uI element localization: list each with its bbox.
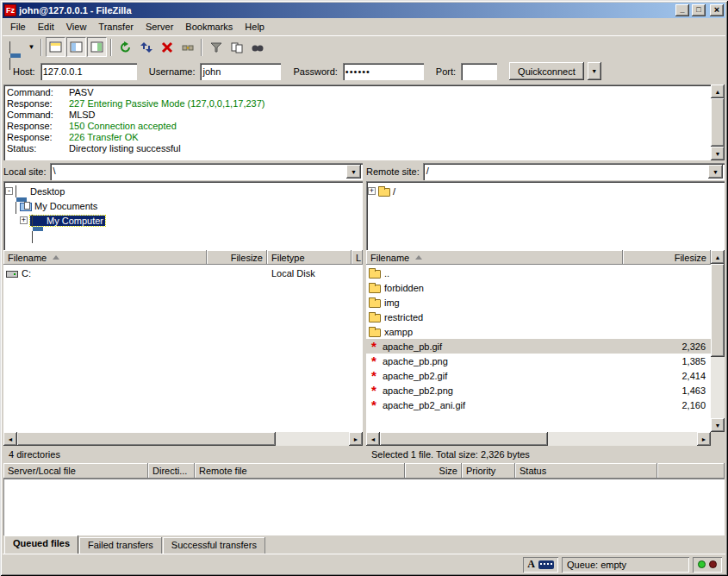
host-label: Host: (13, 66, 35, 77)
find-button[interactable] (247, 37, 267, 57)
menu-server[interactable]: Server (140, 20, 179, 34)
site-manager-button[interactable] (5, 37, 25, 57)
expand-icon[interactable]: + (20, 216, 28, 224)
my-documents-icon (20, 203, 32, 211)
file-row[interactable]: *apache_pb.png1,385 (366, 354, 711, 368)
scroll-left-icon[interactable]: ◄ (3, 432, 17, 446)
title-bar[interactable]: Fz john@127.0.0.1 - FileZilla _ □ × (3, 3, 725, 18)
scrollbar-thumb[interactable] (711, 264, 725, 357)
scroll-left-icon[interactable]: ◄ (366, 432, 380, 446)
minimize-button[interactable]: _ (675, 4, 689, 16)
queue-body[interactable] (3, 479, 725, 535)
refresh-button[interactable] (115, 37, 135, 57)
column-header-truncated[interactable]: L (352, 250, 363, 265)
site-manager-dropdown-button[interactable]: ▼ (26, 37, 37, 57)
keyboard-icon[interactable] (538, 560, 554, 569)
file-row[interactable]: img (366, 295, 711, 310)
column-header-direction[interactable]: Directi... (148, 463, 195, 479)
maximize-button[interactable]: □ (692, 4, 706, 16)
tab-queued-files[interactable]: Queued files (4, 535, 78, 554)
column-header-remote-file[interactable]: Remote file (195, 463, 405, 479)
remote-site-value: / (423, 163, 708, 180)
cancel-button[interactable] (157, 37, 177, 57)
local-list-wrap: Filename Filesize Filetype L C: Local Di… (3, 250, 363, 446)
expand-icon[interactable]: + (368, 187, 376, 195)
scrollbar-track[interactable] (276, 432, 349, 446)
menu-edit[interactable]: Edit (32, 20, 60, 34)
tab-successful-transfers[interactable]: Successful transfers (163, 537, 265, 554)
connection-error-lamp-icon (709, 560, 717, 568)
scroll-up-icon[interactable]: ▲ (711, 85, 725, 98)
log-scrollbar[interactable]: ▲ ▼ (711, 85, 725, 160)
local-horizontal-scrollbar[interactable]: ◄ ► (3, 432, 363, 446)
quickconnect-dropdown-button[interactable]: ▼ (588, 62, 601, 80)
column-header-size[interactable]: Size (405, 463, 462, 479)
file-row[interactable]: *apache_pb2.gif2,414 (366, 368, 711, 383)
chevron-down-icon[interactable]: ▼ (708, 165, 723, 178)
file-row-selected[interactable]: *apache_pb.gif2,326 (366, 339, 711, 354)
file-row[interactable]: forbidden (366, 280, 711, 295)
process-queue-button[interactable] (136, 37, 156, 57)
remote-site-combo[interactable]: / ▼ (423, 163, 725, 180)
username-input[interactable] (200, 63, 281, 80)
column-header-filesize[interactable]: Filesize (623, 250, 711, 265)
scroll-up-icon[interactable]: ▲ (711, 250, 725, 264)
remote-horizontal-scrollbar[interactable]: ◄ ► (366, 432, 711, 446)
scrollbar-thumb[interactable] (711, 98, 725, 147)
file-row[interactable]: xampp (366, 324, 711, 339)
chevron-down-icon: ▼ (28, 43, 35, 51)
remote-vertical-scrollbar[interactable]: ▲ ▼ (711, 250, 725, 446)
close-button[interactable]: × (710, 4, 724, 16)
remote-list-wrap: Filename Filesize .. forbidden img restr… (366, 250, 725, 446)
column-header-filetype[interactable]: Filetype (267, 250, 352, 265)
scrollbar-thumb[interactable] (380, 432, 548, 446)
image-file-icon: * (369, 372, 379, 380)
toggle-local-tree-button[interactable] (66, 37, 86, 57)
scroll-down-icon[interactable]: ▼ (711, 147, 725, 160)
tree-item-desktop[interactable]: - Desktop (5, 184, 361, 198)
menu-file[interactable]: File (4, 20, 32, 34)
toggle-log-button[interactable] (46, 37, 65, 57)
column-header-priority[interactable]: Priority (462, 463, 515, 479)
menu-bookmarks[interactable]: Bookmarks (179, 20, 239, 34)
tree-item-root[interactable]: + / (368, 184, 723, 198)
port-input[interactable] (461, 63, 497, 80)
file-row[interactable]: restricted (366, 310, 711, 324)
menu-help[interactable]: Help (239, 20, 271, 34)
toolbar-separator (110, 39, 112, 56)
file-row-c-drive[interactable]: C: Local Disk (3, 266, 363, 280)
tree-item-my-computer[interactable]: + My Computer (5, 213, 361, 228)
column-header-filesize[interactable]: Filesize (207, 250, 267, 265)
chevron-down-icon[interactable]: ▼ (346, 165, 361, 178)
scrollbar-track[interactable] (548, 432, 697, 446)
scroll-down-icon[interactable]: ▼ (711, 418, 725, 432)
scrollbar-track[interactable] (711, 357, 725, 418)
compare-button[interactable] (227, 37, 246, 57)
column-header-filename[interactable]: Filename (366, 250, 623, 265)
local-site-combo[interactable]: \ ▼ (50, 163, 363, 180)
selected-tree-item[interactable]: My Computer (30, 216, 105, 226)
tree-item-my-documents[interactable]: My Documents (5, 198, 361, 213)
password-input[interactable] (343, 63, 424, 80)
ascii-mode-icon[interactable]: A (527, 558, 535, 571)
toggle-remote-tree-button[interactable] (87, 37, 107, 57)
filter-button[interactable] (206, 37, 226, 57)
tab-failed-transfers[interactable]: Failed transfers (79, 537, 162, 554)
column-header-filename[interactable]: Filename (3, 250, 207, 265)
toolbar: ▼ (3, 35, 725, 59)
disconnect-button[interactable] (177, 37, 197, 57)
scroll-right-icon[interactable]: ► (697, 432, 711, 446)
file-row[interactable]: .. (366, 266, 711, 280)
menu-transfer[interactable]: Transfer (92, 20, 140, 34)
scroll-right-icon[interactable]: ► (349, 432, 363, 446)
collapse-icon[interactable]: - (5, 187, 13, 195)
file-row[interactable]: *apache_pb2.png1,463 (366, 383, 711, 398)
file-row[interactable]: *apache_pb2_ani.gif2,160 (366, 398, 711, 412)
host-input[interactable] (40, 63, 137, 80)
column-header-server-local-file[interactable]: Server/Local file (3, 463, 148, 479)
port-label: Port: (436, 66, 456, 77)
quickconnect-button[interactable]: Quickconnect (509, 62, 584, 80)
menu-view[interactable]: View (60, 20, 93, 34)
scrollbar-thumb[interactable] (17, 432, 276, 446)
column-header-status[interactable]: Status (515, 463, 657, 479)
